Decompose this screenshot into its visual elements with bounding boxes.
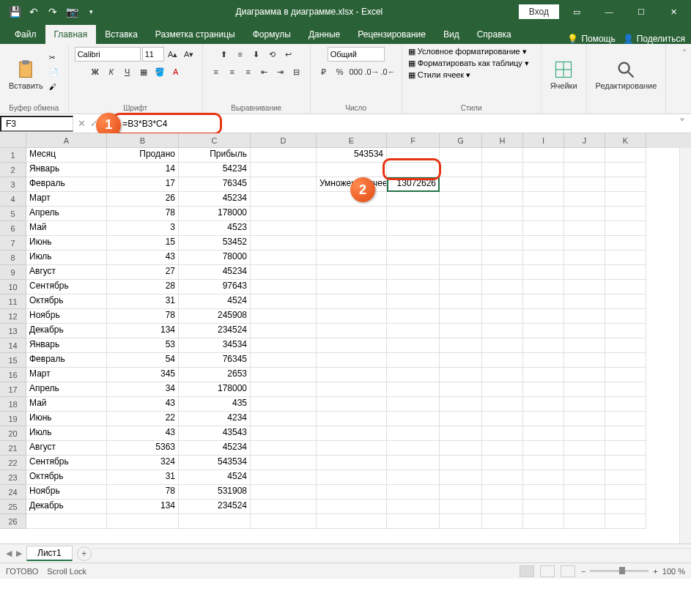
- cell[interactable]: [523, 265, 564, 280]
- cell[interactable]: [523, 382, 564, 397]
- cell[interactable]: [605, 177, 646, 192]
- worksheet[interactable]: ABCDEFGHIJK 1МесяцПроданоПрибыль5435342Я…: [0, 133, 691, 543]
- cell[interactable]: 53452: [179, 236, 251, 251]
- cell[interactable]: [251, 192, 317, 207]
- tab-help[interactable]: Справка: [468, 25, 520, 44]
- cell[interactable]: [605, 485, 646, 500]
- col-header-B[interactable]: B: [107, 133, 179, 148]
- share-button[interactable]: 👤Поделиться: [623, 34, 685, 44]
- cell[interactable]: 31: [107, 294, 179, 309]
- cell[interactable]: 27: [107, 265, 179, 280]
- expand-formula-icon[interactable]: ˅: [673, 116, 691, 130]
- cell[interactable]: [523, 309, 564, 324]
- cell[interactable]: 45234: [179, 441, 251, 456]
- cell[interactable]: Апрель: [26, 382, 107, 397]
- number-format-combo[interactable]: [328, 47, 385, 62]
- row-header[interactable]: 16: [0, 368, 26, 382]
- cell[interactable]: [523, 207, 564, 221]
- row-header[interactable]: 15: [0, 353, 26, 368]
- save-icon[interactable]: 💾: [6, 3, 23, 21]
- cell[interactable]: [440, 163, 482, 177]
- name-box[interactable]: [0, 116, 73, 132]
- cell[interactable]: [317, 221, 387, 236]
- align-bottom-icon[interactable]: ⬇: [249, 47, 264, 62]
- cell[interactable]: [482, 221, 523, 236]
- cell[interactable]: [564, 412, 605, 426]
- col-header-H[interactable]: H: [482, 133, 523, 148]
- zoom-in-icon[interactable]: +: [653, 567, 657, 576]
- row-header[interactable]: 13: [0, 324, 26, 338]
- cell[interactable]: Ноябрь: [26, 309, 107, 324]
- row-header[interactable]: 12: [0, 309, 26, 324]
- cell[interactable]: [564, 163, 605, 177]
- cell[interactable]: 15: [107, 236, 179, 251]
- cell[interactable]: [523, 192, 564, 207]
- cell[interactable]: [564, 426, 605, 441]
- cell[interactable]: [482, 265, 523, 280]
- cell[interactable]: [440, 236, 482, 251]
- cell[interactable]: [605, 324, 646, 338]
- ribbon-options-icon[interactable]: ▭: [562, 0, 591, 23]
- cell[interactable]: [482, 251, 523, 265]
- cell[interactable]: [440, 441, 482, 456]
- cell[interactable]: [251, 251, 317, 265]
- cell[interactable]: [251, 456, 317, 470]
- cell[interactable]: [387, 456, 440, 470]
- cell[interactable]: [107, 514, 179, 529]
- cell[interactable]: [482, 177, 523, 192]
- cell[interactable]: [523, 236, 564, 251]
- cell[interactable]: [387, 192, 440, 207]
- cell[interactable]: [387, 470, 440, 485]
- cell[interactable]: 134: [107, 500, 179, 514]
- row-header[interactable]: 18: [0, 397, 26, 412]
- cell[interactable]: Февраль: [26, 177, 107, 192]
- cell[interactable]: [564, 192, 605, 207]
- cell[interactable]: [564, 485, 605, 500]
- cell[interactable]: [440, 470, 482, 485]
- fill-color-icon[interactable]: 🪣: [152, 64, 167, 79]
- col-header-J[interactable]: J: [564, 133, 605, 148]
- grid-rows[interactable]: 1МесяцПроданоПрибыль5435342Январь1454234…: [0, 148, 691, 529]
- cell[interactable]: [482, 236, 523, 251]
- cell[interactable]: [564, 251, 605, 265]
- undo-icon[interactable]: ↶: [25, 3, 43, 21]
- cell[interactable]: [523, 426, 564, 441]
- cell[interactable]: Февраль: [26, 353, 107, 368]
- cell[interactable]: [482, 324, 523, 338]
- cell[interactable]: [523, 470, 564, 485]
- cell[interactable]: 234524: [179, 500, 251, 514]
- cell[interactable]: [523, 514, 564, 529]
- cell[interactable]: [440, 251, 482, 265]
- wrap-text-icon[interactable]: ↩: [281, 47, 296, 62]
- row-header[interactable]: 22: [0, 456, 26, 470]
- row-header[interactable]: 26: [0, 514, 26, 529]
- cell[interactable]: [605, 412, 646, 426]
- cell[interactable]: [251, 397, 317, 412]
- cell[interactable]: [317, 251, 387, 265]
- cell[interactable]: [251, 236, 317, 251]
- cell[interactable]: [564, 368, 605, 382]
- cell[interactable]: [564, 177, 605, 192]
- tab-insert[interactable]: Вставка: [96, 25, 147, 44]
- cut-icon[interactable]: ✂: [49, 53, 62, 67]
- cell[interactable]: [482, 207, 523, 221]
- cell[interactable]: 178000: [179, 207, 251, 221]
- cell[interactable]: [482, 294, 523, 309]
- col-header-A[interactable]: A: [26, 133, 107, 148]
- sheet-nav-prev-icon[interactable]: ◀: [6, 549, 12, 558]
- cell[interactable]: [251, 294, 317, 309]
- row-header[interactable]: 6: [0, 221, 26, 236]
- cell[interactable]: 435: [179, 397, 251, 412]
- cancel-formula-icon[interactable]: ✕: [78, 118, 86, 129]
- cell[interactable]: [523, 221, 564, 236]
- cell[interactable]: [26, 514, 107, 529]
- add-sheet-button[interactable]: +: [77, 546, 92, 561]
- cell[interactable]: Январь: [26, 338, 107, 353]
- cell[interactable]: [523, 397, 564, 412]
- cell[interactable]: [523, 280, 564, 294]
- cell[interactable]: [440, 368, 482, 382]
- align-left-icon[interactable]: ≡: [209, 64, 223, 79]
- cell[interactable]: [251, 514, 317, 529]
- cell[interactable]: [317, 470, 387, 485]
- cell[interactable]: Март: [26, 368, 107, 382]
